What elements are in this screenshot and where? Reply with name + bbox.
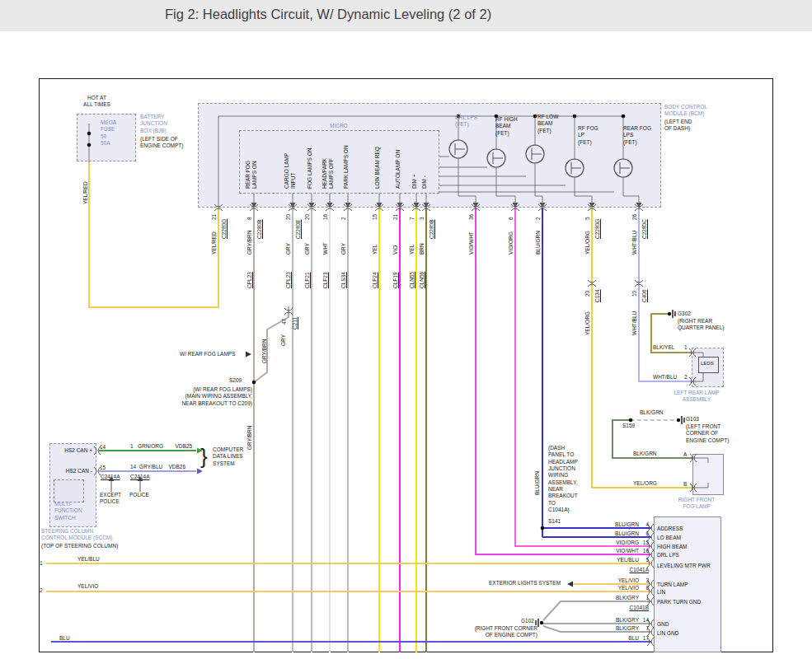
wire-label-grybrn-2: GRY/BRN — [246, 426, 253, 451]
pin-21: 21 — [211, 214, 218, 220]
arrow-fet-2-icon — [513, 203, 519, 208]
pin-14: 14 — [617, 617, 649, 624]
pin-2b: 2 — [535, 217, 542, 220]
wire-label-yelred: YEL/RED — [211, 231, 218, 255]
conn-cln55: CLN55 — [409, 272, 415, 288]
splice-s141-icon — [541, 526, 545, 530]
bcm-location: (LEFT END OF DASH) — [664, 119, 692, 133]
hs2-can-minus: HS2 CAN - — [54, 468, 92, 474]
drl-lps-fet: DRL LPS (FET) — [455, 115, 477, 129]
pin-1: 1 — [617, 595, 649, 601]
wire-label-vio: VIO — [392, 245, 399, 255]
row-lin: LIN — [657, 589, 665, 596]
bjb-location: (LEFT SIDE OF ENGINE COMPT) — [140, 136, 183, 150]
wire-label-yelorg: YEL/ORG — [584, 231, 591, 255]
ground-g102-icon — [540, 621, 543, 624]
pin-b-foglamp: B — [683, 481, 687, 488]
row-gnd: GND — [657, 621, 669, 628]
wire-label-gry-a: GRY — [285, 243, 292, 255]
wire-label-yelblu-left: YEL/BLU — [77, 556, 100, 563]
row-turn-lamp: TURN LAMP — [657, 582, 688, 588]
pin-16: 16 — [322, 214, 329, 220]
fuse-terminal-bottom-icon — [87, 143, 92, 147]
wire-label-blkgrn-1: BLK/GRN — [640, 409, 664, 416]
conn-cpl23-a: CPL23 — [246, 272, 253, 288]
pin-14-mfs: 14 — [100, 444, 106, 451]
wire-label-grybrn-branch: GRY/BRN — [261, 339, 268, 364]
pin-20a: 20 — [285, 214, 292, 220]
ground-g302-location: (RIGHT REAR QUARTER PANEL) — [678, 318, 724, 332]
pin-16b: 16 — [617, 548, 649, 554]
sig-cargo-lamp-input: CARGO LAMP INPUT — [284, 153, 298, 189]
wire-label-whtblu-3: WHT/BLU — [653, 374, 677, 381]
sig-fog-lamps-on: FOG LAMPS ON — [307, 148, 313, 189]
wire-label-blkyel: BLK/YEL — [653, 344, 674, 351]
pin-4: 4 — [617, 521, 649, 528]
splice-s209-label: S209 — [229, 377, 242, 384]
conn-clf21: CLF21 — [304, 272, 311, 288]
arrow-sig-7-icon — [397, 203, 403, 208]
can-high-wire-label: 1 GRN/ORG VDB25 — [130, 443, 192, 450]
bus-junction-5-icon — [622, 115, 626, 119]
fet1-output — [458, 158, 476, 203]
micro-label: MICRO — [330, 123, 348, 129]
wire-label-yel-b: YEL — [409, 245, 415, 255]
wire-label-blu-left: BLU — [59, 635, 70, 642]
ground-g103-icon — [677, 418, 680, 422]
note-s209: (W/ REAR FOG LAMPS) (MAIN WIRING ASSEMBL… — [167, 386, 252, 407]
arrow-sig-2-icon — [290, 203, 296, 208]
sig-rear-fog-lamps-on: REAR FOG LAMPS ON — [245, 161, 259, 189]
conn-cln56: CLN56 — [419, 272, 425, 288]
row-park-turn-gnd: PARK TURN GND — [657, 599, 701, 605]
pin-7: 7 — [617, 625, 649, 632]
arrow-fet-3-icon — [540, 203, 546, 208]
can-low-wire-label: 14 GRY/BLU VDB26 — [130, 464, 185, 470]
pin-8: 8 — [246, 217, 253, 220]
conn-c2280g-2: C2280G — [594, 219, 601, 239]
sig-low-beam-req: LOW BEAM REQ — [374, 147, 381, 189]
conn-c2280b: C2280B — [256, 220, 263, 240]
pin-6: 6 — [617, 530, 649, 537]
wire-label-gry-b: GRY — [304, 243, 311, 255]
pin-15a: 15 — [372, 214, 378, 220]
arrow-rear-fog-note-icon — [246, 352, 251, 358]
pin-3: 3 — [617, 577, 649, 584]
pin-10-c406: 10 — [631, 291, 638, 297]
conn-cpl23-b: CPL23 — [285, 272, 292, 288]
pin-8b: 8 — [617, 585, 649, 591]
arrow-sig-3-icon — [309, 203, 315, 208]
ground-g103-label: G103 — [686, 416, 699, 423]
mega-fuse: MEGA FUSE 50 50A — [101, 119, 116, 147]
wire-label-gry-branch: GRY — [280, 334, 287, 346]
fet5-output — [623, 177, 639, 203]
wire-num-1: 1 — [40, 560, 43, 567]
wire-label-brn: BRN — [419, 243, 425, 255]
row-lo-beam: LO BEAM — [657, 535, 681, 541]
conn-c211: C211 — [292, 317, 298, 330]
conn-c2414a-2: C2414A — [130, 474, 150, 480]
fet3-output — [535, 163, 542, 203]
pin-2a: 2 — [340, 217, 347, 220]
conn-c2280e: C2280E — [295, 220, 302, 240]
rf-fog-lp-fet: RF FOG LP (FET) — [578, 125, 598, 146]
pin-3a: 3 — [419, 217, 425, 220]
wire-yelred-feed — [89, 162, 218, 307]
ground-g302-label: G302 — [678, 311, 691, 317]
sccm-name: STEERING COLUMN CONTROL MODULE (SCCM) — [41, 528, 112, 542]
row-lin-gnd: LIN GND — [657, 630, 678, 637]
wire-label-blugrn: BLU/GRN — [535, 231, 542, 255]
rf-low-beam-fet: RF LOW BEAM (FET) — [537, 114, 558, 134]
conn-c406: C406 — [641, 289, 648, 302]
wire-label-blkgrn-2: BLK/GRN — [633, 451, 657, 457]
arrow-fet-4-icon — [589, 203, 595, 208]
right-front-fog-lamp: RIGHT FRONT FOG LAMP — [668, 497, 725, 511]
sig-dim-plus: DIM + — [411, 174, 418, 189]
pin-26: 26 — [631, 214, 638, 220]
row-high-beam: HIGH BEAM — [657, 544, 687, 550]
conn-c1041b: C1041B — [609, 605, 649, 611]
ground-g102-location: (RIGHT FRONT CORNER OF ENGINE COMPT) — [445, 625, 537, 639]
row-leveling-mtr-pwr: LEVELING MTR PWR — [657, 563, 711, 569]
pin-20-c134: 20 — [584, 291, 591, 297]
wire-yelorg-foglamp — [592, 208, 692, 488]
pin-7a: 7 — [409, 217, 415, 220]
